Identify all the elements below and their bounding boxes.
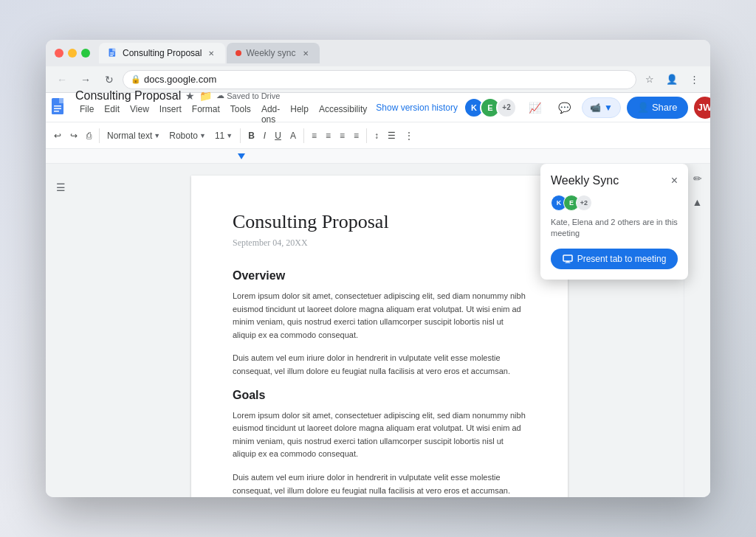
ruler bbox=[46, 149, 710, 164]
address-actions: ☆ 👤 ⋮ bbox=[639, 69, 704, 90]
doc-date: September 04, 20XX bbox=[233, 238, 526, 249]
italic-button[interactable]: I bbox=[260, 126, 269, 145]
overview-paragraph-1: Lorem ipsum dolor sit amet, consectetuer… bbox=[233, 290, 526, 342]
refresh-button[interactable]: ↻ bbox=[99, 69, 120, 90]
pencil-icon[interactable]: ✏ bbox=[687, 168, 708, 189]
svg-rect-3 bbox=[110, 54, 114, 55]
toolbar-separator-2 bbox=[240, 128, 241, 143]
redo-button[interactable]: ↪ bbox=[66, 126, 81, 145]
svg-rect-12 bbox=[565, 262, 570, 263]
meet-popup: Weekly Sync × K E +2 Kate, Elena and 2 o… bbox=[540, 164, 688, 280]
section-overview-heading: Overview bbox=[233, 269, 526, 283]
numbered-list-button[interactable]: ⋮ bbox=[401, 126, 417, 145]
url-text: docs.google.com bbox=[144, 74, 216, 85]
svg-rect-7 bbox=[54, 105, 61, 107]
highlight-button[interactable]: A bbox=[286, 126, 300, 145]
underline-button[interactable]: U bbox=[271, 126, 285, 145]
meet-participants-text: Kate, Elena and 2 others are in this mee… bbox=[551, 217, 678, 240]
document-title: Consulting Proposal bbox=[75, 89, 181, 103]
content-area: ☰ Consulting Proposal September 04, 20XX… bbox=[46, 164, 710, 497]
account-button[interactable]: 👤 bbox=[662, 69, 682, 90]
toolbar-separator-1 bbox=[99, 128, 100, 143]
lock-icon: 🔒 bbox=[131, 75, 141, 84]
user-avatar[interactable]: JW bbox=[694, 97, 710, 119]
minimize-traffic-light[interactable] bbox=[68, 49, 77, 58]
bold-button[interactable]: B bbox=[244, 126, 258, 145]
present-tab-label: Present tab to meeting bbox=[577, 254, 667, 264]
docs-title-area: Consulting Proposal ★ 📁 ☁ Saved to Drive… bbox=[75, 89, 371, 126]
ruler-indent-marker[interactable] bbox=[238, 153, 245, 159]
maximize-traffic-light[interactable] bbox=[81, 49, 90, 58]
browser-window: Consulting Proposal ✕ Weekly sync ✕ ← → … bbox=[46, 40, 710, 497]
title-bar: Consulting Proposal ✕ Weekly sync ✕ bbox=[46, 40, 710, 66]
overview-paragraph-2: Duis autem vel eum iriure dolor in hendr… bbox=[233, 352, 526, 378]
style-chevron-icon: ▼ bbox=[154, 132, 160, 139]
meet-avatar-count: +2 bbox=[576, 195, 592, 211]
font-size-selector[interactable]: 11 ▼ bbox=[211, 126, 236, 145]
docs-favicon-icon bbox=[108, 48, 118, 58]
svg-rect-11 bbox=[566, 261, 569, 263]
meet-popup-close-button[interactable]: × bbox=[671, 174, 678, 187]
present-icon bbox=[563, 254, 573, 264]
align-center-button[interactable]: ≡ bbox=[322, 126, 334, 145]
meet-popup-title: Weekly Sync bbox=[551, 174, 619, 187]
more-button[interactable]: ⋮ bbox=[684, 69, 704, 90]
meet-active-dot bbox=[236, 50, 241, 56]
close-traffic-light[interactable] bbox=[55, 49, 63, 58]
docs-header: Consulting Proposal ★ 📁 ☁ Saved to Drive… bbox=[46, 93, 710, 122]
tab-docs[interactable]: Consulting Proposal ✕ bbox=[99, 43, 225, 63]
meet-present-header-button[interactable]: 📹 ▼ bbox=[582, 97, 621, 118]
svg-rect-1 bbox=[112, 49, 115, 52]
share-button[interactable]: 👤 Share bbox=[627, 97, 688, 119]
tabs-bar: Consulting Proposal ✕ Weekly sync ✕ bbox=[99, 43, 701, 63]
goals-paragraph-1: Lorem ipsum dolor sit amet, consectetuer… bbox=[233, 409, 526, 461]
justify-button[interactable]: ≡ bbox=[350, 126, 362, 145]
meet-icon: 📹 bbox=[590, 103, 601, 113]
back-button[interactable]: ← bbox=[52, 69, 72, 90]
svg-rect-10 bbox=[563, 255, 572, 261]
undo-button[interactable]: ↩ bbox=[50, 126, 65, 145]
doc-title: Consulting Proposal bbox=[233, 211, 526, 233]
svg-rect-4 bbox=[110, 55, 113, 56]
chart-button[interactable]: 📈 bbox=[523, 97, 546, 118]
comment-button[interactable]: 💬 bbox=[552, 97, 576, 118]
svg-rect-6 bbox=[59, 98, 63, 103]
meet-tab-title: Weekly sync bbox=[246, 48, 295, 58]
document-page: Consulting Proposal September 04, 20XX O… bbox=[191, 176, 568, 497]
docs-tab-close[interactable]: ✕ bbox=[206, 48, 216, 58]
tab-meet[interactable]: Weekly sync ✕ bbox=[227, 43, 319, 63]
format-toolbar: ↩ ↪ ⎙ Normal text ▼ Roboto ▼ 11 ▼ B I U … bbox=[46, 122, 710, 149]
url-bar[interactable]: 🔒 docs.google.com bbox=[123, 70, 636, 89]
font-chevron-icon: ▼ bbox=[199, 132, 206, 139]
goals-paragraph-2: Duis autem vel eum iriure dolor in hendr… bbox=[233, 471, 526, 497]
version-history-link[interactable]: Show version history bbox=[376, 103, 458, 113]
star-button[interactable]: ★ bbox=[185, 90, 195, 102]
style-selector[interactable]: Normal text ▼ bbox=[103, 126, 164, 145]
meet-tab-close[interactable]: ✕ bbox=[300, 48, 311, 58]
save-status: ☁ Saved to Drive bbox=[216, 91, 280, 100]
cloud-icon: ☁ bbox=[216, 91, 224, 100]
meet-popup-header: Weekly Sync × bbox=[551, 174, 678, 187]
align-left-button[interactable]: ≡ bbox=[308, 126, 320, 145]
line-spacing-button[interactable]: ↕ bbox=[371, 126, 382, 145]
meet-label: ▼ bbox=[604, 103, 613, 113]
svg-rect-9 bbox=[54, 111, 59, 112]
list-button[interactable]: ☰ bbox=[384, 126, 399, 145]
section-goals-heading: Goals bbox=[233, 389, 526, 402]
docs-title-row: Consulting Proposal ★ 📁 ☁ Saved to Drive bbox=[75, 89, 371, 103]
font-selector[interactable]: Roboto ▼ bbox=[165, 126, 210, 145]
chevron-up-icon[interactable]: ▲ bbox=[687, 192, 708, 212]
print-button[interactable]: ⎙ bbox=[83, 126, 95, 145]
outline-icon[interactable]: ☰ bbox=[52, 179, 69, 196]
traffic-lights bbox=[55, 49, 90, 58]
folder-button[interactable]: 📁 bbox=[199, 90, 212, 102]
meet-participants: K E +2 bbox=[551, 195, 678, 211]
svg-rect-8 bbox=[54, 108, 61, 109]
forward-button[interactable]: → bbox=[75, 69, 96, 90]
present-tab-button[interactable]: Present tab to meeting bbox=[551, 249, 678, 269]
bookmark-button[interactable]: ☆ bbox=[639, 69, 660, 90]
docs-tab-title: Consulting Proposal bbox=[123, 48, 202, 58]
align-right-button[interactable]: ≡ bbox=[336, 126, 348, 145]
svg-rect-2 bbox=[110, 52, 114, 53]
avatar-overflow-count: +2 bbox=[496, 97, 517, 118]
